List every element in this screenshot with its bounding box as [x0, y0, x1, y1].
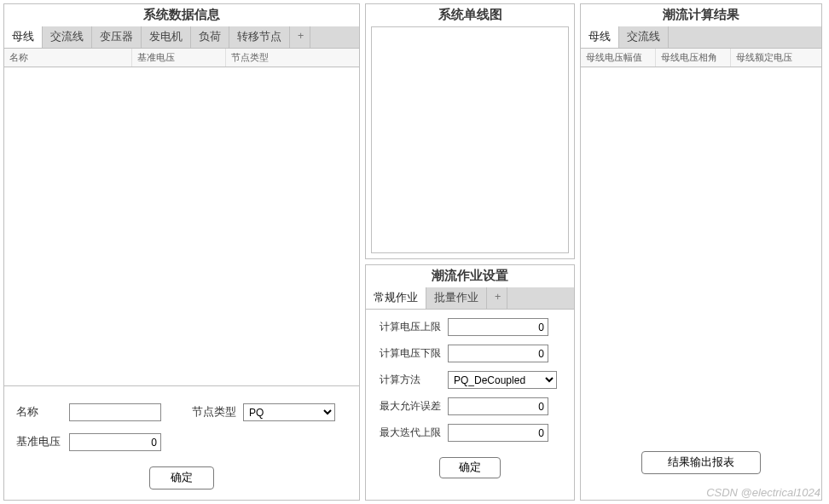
label-iter: 最大迭代上限 — [380, 426, 448, 440]
tab-bus[interactable]: 母线 — [4, 26, 43, 48]
results-title: 潮流计算结果 — [581, 4, 821, 26]
name-field[interactable] — [69, 403, 161, 421]
tab-add-settings[interactable]: + — [487, 287, 507, 309]
settings-tabs: 常规作业 批量作业 + — [366, 287, 574, 310]
col-basev: 基准电压 — [132, 49, 226, 67]
export-report-button[interactable]: 结果输出报表 — [641, 451, 761, 474]
tab-load[interactable]: 负荷 — [191, 26, 229, 48]
label-vmax: 计算电压上限 — [380, 320, 448, 334]
single-line-diagram-canvas[interactable] — [371, 26, 569, 253]
tab-add-left[interactable]: + — [290, 26, 310, 48]
left-confirm-button[interactable]: 确定 — [149, 466, 214, 490]
label-tol: 最大允许误差 — [380, 399, 448, 414]
basev-field[interactable] — [69, 433, 161, 451]
col-vrated: 母线额定电压 — [731, 49, 821, 67]
results-table-header: 母线电压幅值 母线电压相角 母线额定电压 — [581, 49, 821, 67]
label-name: 名称 — [16, 405, 69, 420]
label-vmin: 计算电压下限 — [380, 346, 448, 361]
tab-result-acline[interactable]: 交流线 — [619, 26, 669, 48]
vmax-field[interactable] — [448, 318, 548, 336]
left-table-body[interactable] — [4, 67, 359, 386]
left-panel-title: 系统数据信息 — [4, 4, 359, 26]
label-basev: 基准电压 — [16, 435, 69, 449]
col-vmag: 母线电压幅值 — [581, 49, 656, 67]
col-name: 名称 — [4, 49, 132, 67]
tab-acline[interactable]: 交流线 — [43, 26, 92, 48]
iter-field[interactable] — [448, 424, 548, 442]
tab-batch-job[interactable]: 批量作业 — [426, 287, 487, 309]
settings-form: 计算电压上限 计算电压下限 计算方法 PQ_DeCoupled 最大允许误差 — [366, 310, 574, 487]
diagram-title: 系统单线图 — [366, 4, 574, 26]
left-table-header: 名称 基准电压 节点类型 — [4, 49, 359, 67]
results-table-body[interactable] — [581, 67, 821, 431]
tab-transfer-node[interactable]: 转移节点 — [229, 26, 290, 48]
label-nodetype: 节点类型 — [192, 405, 243, 420]
col-vang: 母线电压相角 — [656, 49, 731, 67]
left-form: 名称 节点类型 PQ 基准电压 确定 — [4, 386, 359, 500]
results-tabs: 母线 交流线 — [581, 26, 821, 49]
nodetype-select[interactable]: PQ — [243, 403, 335, 421]
label-method: 计算方法 — [380, 373, 448, 387]
settings-title: 潮流作业设置 — [366, 265, 574, 287]
tab-result-bus[interactable]: 母线 — [581, 26, 619, 48]
col-nodetype: 节点类型 — [226, 49, 359, 67]
vmin-field[interactable] — [448, 345, 548, 362]
settings-confirm-button[interactable]: 确定 — [439, 457, 501, 478]
method-select[interactable]: PQ_DeCoupled — [448, 371, 557, 389]
tab-transformer[interactable]: 变压器 — [92, 26, 142, 48]
tab-normal-job[interactable]: 常规作业 — [366, 287, 426, 309]
tab-generator[interactable]: 发电机 — [142, 26, 191, 48]
tol-field[interactable] — [448, 397, 548, 415]
left-tabs: 母线 交流线 变压器 发电机 负荷 转移节点 + — [4, 26, 359, 49]
